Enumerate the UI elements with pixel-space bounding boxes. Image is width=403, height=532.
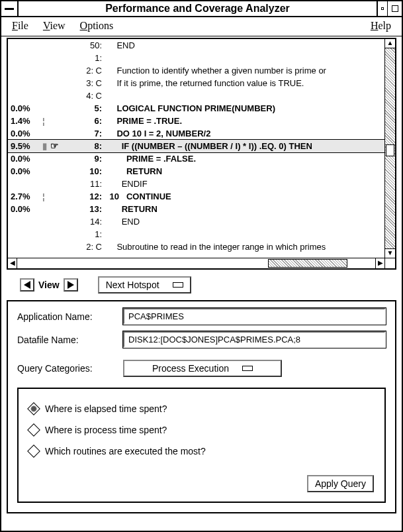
- code-line[interactable]: 0.0%13: RETURN: [8, 203, 384, 215]
- application-name-label: Application Name:: [17, 311, 116, 322]
- diamond-icon: [27, 423, 40, 437]
- triangle-right-icon: [67, 281, 74, 289]
- coverage-percent: 0.0%: [11, 203, 42, 215]
- code-line[interactable]: 0.0%5: LOGICAL FUNCTION PRIME(NUMBER): [8, 102, 384, 115]
- coverage-bar-icon: [42, 240, 50, 253]
- apply-query-label: Apply Query: [315, 478, 366, 489]
- datafile-name-field[interactable]: DISK12:[DOC$JONES]PCA$PRIMES.PCA;8: [123, 331, 386, 348]
- current-line-pointer-icon: [50, 64, 77, 77]
- next-hotspot-button[interactable]: Next Hotspot: [98, 276, 191, 293]
- query-option-process-time[interactable]: Where is process time spent?: [29, 419, 374, 441]
- code-line[interactable]: 0.0%9: PRIME = .FALSE.: [8, 152, 384, 165]
- code-text: If it is prime, the returned function va…: [107, 77, 382, 89]
- menu-help[interactable]: Help: [371, 20, 391, 32]
- current-line-pointer-icon: [50, 127, 77, 140]
- coverage-bar-icon: [42, 77, 50, 89]
- current-line-pointer-icon: ☞: [50, 140, 77, 152]
- query-categories-label: Query Categories:: [17, 363, 116, 374]
- application-name-field[interactable]: PCA$PRIMES: [123, 308, 386, 325]
- code-line[interactable]: 1:: [8, 52, 384, 64]
- code-listing[interactable]: 50: END1:2: C Function to identify wheth…: [8, 39, 384, 258]
- vertical-scroll-track[interactable]: [385, 48, 395, 248]
- current-line-pointer-icon: [50, 102, 77, 115]
- query-categories-select[interactable]: Process Execution: [123, 360, 282, 377]
- line-number: 3: C: [77, 77, 107, 89]
- code-line[interactable]: 1:: [8, 228, 384, 240]
- menu-file[interactable]: File: [12, 20, 28, 32]
- vertical-scrollbar[interactable]: ▲ ▼: [384, 39, 395, 258]
- code-line[interactable]: 1.4%¦6: PRIME = .TRUE.: [8, 115, 384, 127]
- code-line[interactable]: 4: C: [8, 89, 384, 102]
- maximize-button[interactable]: [387, 1, 402, 16]
- code-line[interactable]: 9.5%▮☞8: IF ((NUMBER – ((NUMBER / I) * I…: [8, 140, 384, 152]
- code-line[interactable]: 2: C Function to identify whether a give…: [8, 64, 384, 77]
- query-option-elapsed-time[interactable]: Where is elapsed time spent?: [29, 398, 374, 419]
- query-option-label: Which routines are executed the most?: [45, 446, 206, 456]
- code-text: ENDIF: [107, 178, 382, 190]
- current-line-pointer-icon: [50, 52, 77, 64]
- diamond-icon: [27, 445, 40, 458]
- application-name-row: Application Name: PCA$PRIMES: [17, 308, 386, 325]
- current-line-pointer-icon: [50, 77, 77, 89]
- coverage-bar-icon: [42, 52, 50, 64]
- diamond-selected-icon: [27, 402, 40, 415]
- coverage-bar-icon: [42, 127, 50, 140]
- code-line[interactable]: 50: END: [8, 39, 384, 52]
- line-number: 5:: [77, 102, 107, 115]
- minimize-button[interactable]: [377, 1, 387, 16]
- code-text: Subroutine to read in the integer range …: [107, 240, 382, 253]
- coverage-percent: [11, 240, 42, 253]
- code-text: RETURN: [107, 165, 382, 178]
- scroll-down-arrow-icon[interactable]: ▼: [385, 248, 395, 258]
- menu-options[interactable]: Options: [80, 20, 114, 32]
- client-area: 50: END1:2: C Function to identify wheth…: [1, 36, 402, 531]
- line-number: 14:: [77, 215, 107, 228]
- scroll-right-arrow-icon[interactable]: ▶: [375, 258, 384, 268]
- code-text: 10 CONTINUE: [107, 190, 382, 203]
- current-line-pointer-icon: [50, 215, 77, 228]
- menu-view[interactable]: View: [43, 20, 66, 32]
- view-prev-button[interactable]: [20, 278, 34, 292]
- coverage-bar-icon: [42, 165, 50, 178]
- line-number: 4: C: [77, 89, 107, 102]
- coverage-percent: 9.5%: [11, 140, 42, 152]
- code-text: IF ((NUMBER – ((NUMBER / I) * I)) .EQ. 0…: [107, 140, 382, 152]
- coverage-percent: [11, 215, 42, 228]
- vertical-scroll-thumb[interactable]: [386, 144, 394, 156]
- coverage-bar-icon: [42, 228, 50, 240]
- scroll-corner: [384, 258, 395, 268]
- query-option-label: Where is elapsed time spent?: [45, 403, 167, 414]
- datafile-name-row: Datafile Name: DISK12:[DOC$JONES]PCA$PRI…: [17, 331, 386, 348]
- code-line[interactable]: 2: C Subroutine to read in the integer r…: [8, 240, 384, 253]
- system-menu-button[interactable]: [1, 1, 19, 16]
- query-option-routine-count[interactable]: Which routines are executed the most?: [29, 441, 374, 462]
- coverage-percent: 1.4%: [11, 115, 42, 127]
- horizontal-scrollbar[interactable]: ◀ ▶: [8, 258, 395, 268]
- coverage-percent: [11, 89, 42, 102]
- code-line[interactable]: 0.0%10: RETURN: [8, 165, 384, 178]
- scroll-left-arrow-icon[interactable]: ◀: [8, 258, 17, 268]
- code-line[interactable]: 3: C If it is prime, the returned functi…: [8, 77, 384, 89]
- apply-query-button[interactable]: Apply Query: [307, 475, 374, 492]
- horizontal-scroll-track[interactable]: [17, 258, 375, 268]
- line-number: 1:: [77, 228, 107, 240]
- scroll-up-arrow-icon[interactable]: ▲: [385, 39, 395, 48]
- code-text: [107, 228, 382, 240]
- window-title: Performance and Coverage Analyzer: [19, 1, 377, 16]
- line-number: 10:: [77, 165, 107, 178]
- current-line-pointer-icon: [50, 39, 77, 52]
- coverage-percent: 0.0%: [11, 152, 42, 165]
- horizontal-scroll-thumb[interactable]: [268, 259, 347, 268]
- code-line[interactable]: 0.0%7: DO 10 I = 2, NUMBER/2: [8, 127, 384, 140]
- coverage-bar-icon: [42, 64, 50, 77]
- code-line[interactable]: 11: ENDIF: [8, 178, 384, 190]
- code-line[interactable]: 14: END: [8, 215, 384, 228]
- code-text: DO 10 I = 2, NUMBER/2: [107, 127, 382, 140]
- view-next-button[interactable]: [64, 278, 78, 292]
- code-line[interactable]: 2.7%¦12: 10 CONTINUE: [8, 190, 384, 203]
- datafile-name-label: Datafile Name:: [17, 335, 116, 345]
- line-number: 7:: [77, 127, 107, 140]
- coverage-percent: 0.0%: [11, 102, 42, 115]
- coverage-percent: [11, 52, 42, 64]
- query-categories-row: Query Categories: Process Execution: [17, 360, 386, 377]
